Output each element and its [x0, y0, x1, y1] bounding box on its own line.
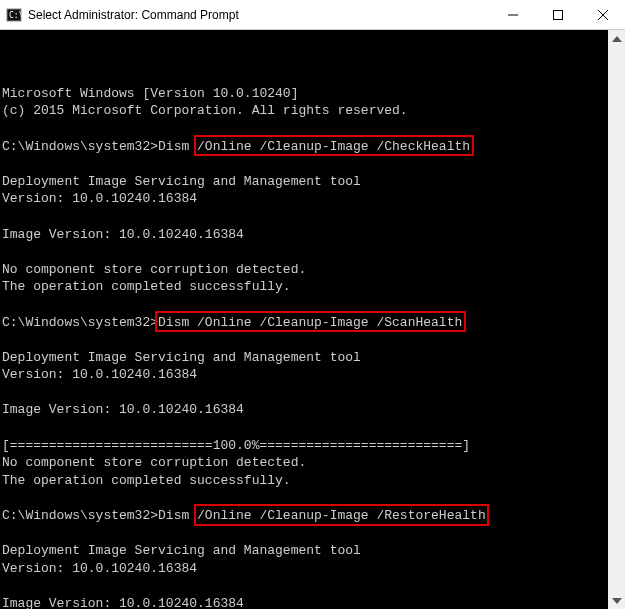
terminal-line: Deployment Image Servicing and Managemen…: [2, 542, 606, 560]
terminal-line: Image Version: 10.0.10240.16384: [2, 226, 606, 244]
terminal-line: Image Version: 10.0.10240.16384: [2, 595, 606, 609]
terminal-line: Microsoft Windows [Version 10.0.10240]: [2, 85, 606, 103]
scroll-up-arrow[interactable]: [608, 30, 625, 47]
terminal-line: [2, 489, 606, 507]
terminal-line: Image Version: 10.0.10240.16384: [2, 401, 606, 419]
svg-rect-3: [553, 10, 562, 19]
title-bar: C:\ Select Administrator: Command Prompt: [0, 0, 625, 30]
terminal-line: The operation completed successfully.: [2, 278, 606, 296]
terminal-line: [2, 120, 606, 138]
terminal-line: No component store corruption detected.: [2, 261, 606, 279]
terminal-line: Version: 10.0.10240.16384: [2, 190, 606, 208]
terminal-line: [==========================100.0%=======…: [2, 437, 606, 455]
svg-marker-7: [612, 598, 622, 604]
cmd-icon: C:\: [6, 7, 22, 23]
terminal-line: C:\Windows\system32>Dism /Online /Cleanu…: [2, 314, 606, 332]
terminal-line: C:\Windows\system32>Dism /Online /Cleanu…: [2, 507, 606, 525]
terminal-line: [2, 208, 606, 226]
close-button[interactable]: [580, 0, 625, 29]
terminal-line: C:\Windows\system32>Dism /Online /Cleanu…: [2, 138, 606, 156]
terminal-line: [2, 296, 606, 314]
terminal-output[interactable]: Microsoft Windows [Version 10.0.10240](c…: [0, 30, 608, 609]
terminal-line: [2, 419, 606, 437]
minimize-button[interactable]: [490, 0, 535, 29]
scroll-down-arrow[interactable]: [608, 592, 625, 609]
svg-marker-6: [612, 36, 622, 42]
vertical-scrollbar[interactable]: [608, 30, 625, 609]
terminal-line: Version: 10.0.10240.16384: [2, 366, 606, 384]
window-title: Select Administrator: Command Prompt: [28, 8, 490, 22]
terminal-line: No component store corruption detected.: [2, 454, 606, 472]
terminal-line: The operation completed successfully.: [2, 472, 606, 490]
scroll-track[interactable]: [608, 47, 625, 592]
terminal-line: (c) 2015 Microsoft Corporation. All righ…: [2, 102, 606, 120]
terminal-line: [2, 243, 606, 261]
window-controls: [490, 0, 625, 29]
terminal-line: Version: 10.0.10240.16384: [2, 560, 606, 578]
terminal-line: Deployment Image Servicing and Managemen…: [2, 349, 606, 367]
terminal-line: [2, 577, 606, 595]
terminal-line: [2, 384, 606, 402]
svg-text:C:\: C:\: [9, 11, 22, 20]
terminal-area: Microsoft Windows [Version 10.0.10240](c…: [0, 30, 625, 609]
terminal-line: [2, 525, 606, 543]
terminal-line: [2, 331, 606, 349]
terminal-line: Deployment Image Servicing and Managemen…: [2, 173, 606, 191]
maximize-button[interactable]: [535, 0, 580, 29]
terminal-line: [2, 155, 606, 173]
